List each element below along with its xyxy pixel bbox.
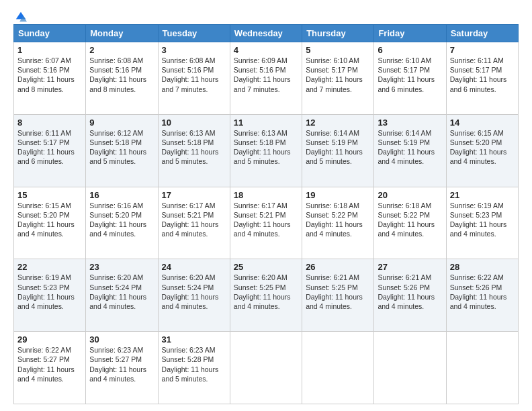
calendar-week-row: 29 Sunrise: 6:22 AMSunset: 5:27 PMDaylig…	[14, 332, 519, 404]
day-number: 23	[89, 262, 154, 272]
calendar-cell: 13 Sunrise: 6:14 AMSunset: 5:19 PMDaylig…	[374, 114, 446, 187]
day-info: Sunrise: 6:08 AMSunset: 5:16 PMDaylight:…	[162, 56, 219, 93]
logo	[13, 11, 27, 20]
day-info: Sunrise: 6:18 AMSunset: 5:22 PMDaylight:…	[306, 201, 363, 238]
day-number: 18	[234, 190, 298, 200]
day-info: Sunrise: 6:12 AMSunset: 5:18 PMDaylight:…	[89, 129, 146, 166]
calendar-week-row: 1 Sunrise: 6:07 AMSunset: 5:16 PMDayligh…	[14, 42, 519, 115]
calendar-cell: 31 Sunrise: 6:23 AMSunset: 5:28 PMDaylig…	[158, 332, 230, 404]
day-number: 21	[450, 190, 515, 200]
day-number: 2	[89, 45, 154, 55]
calendar-cell: 24 Sunrise: 6:20 AMSunset: 5:24 PMDaylig…	[158, 259, 230, 332]
day-number: 8	[17, 118, 82, 128]
day-info: Sunrise: 6:19 AMSunset: 5:23 PMDaylight:…	[17, 273, 75, 310]
day-header-friday: Friday	[374, 25, 446, 42]
calendar-cell: 14 Sunrise: 6:15 AMSunset: 5:20 PMDaylig…	[446, 114, 518, 187]
calendar-header-row: SundayMondayTuesdayWednesdayThursdayFrid…	[14, 25, 519, 42]
calendar-week-row: 22 Sunrise: 6:19 AMSunset: 5:23 PMDaylig…	[14, 259, 519, 332]
day-number: 19	[306, 190, 370, 200]
day-info: Sunrise: 6:20 AMSunset: 5:24 PMDaylight:…	[162, 273, 219, 310]
day-number: 12	[306, 118, 370, 128]
day-info: Sunrise: 6:22 AMSunset: 5:26 PMDaylight:…	[450, 273, 507, 310]
calendar-cell: 7 Sunrise: 6:11 AMSunset: 5:17 PMDayligh…	[446, 42, 518, 115]
calendar-cell: 27 Sunrise: 6:21 AMSunset: 5:26 PMDaylig…	[374, 259, 446, 332]
calendar-cell: 16 Sunrise: 6:16 AMSunset: 5:20 PMDaylig…	[86, 187, 158, 259]
day-number: 29	[17, 334, 82, 345]
day-header-tuesday: Tuesday	[158, 25, 230, 42]
day-info: Sunrise: 6:17 AMSunset: 5:21 PMDaylight:…	[234, 201, 291, 238]
calendar-cell: 20 Sunrise: 6:18 AMSunset: 5:22 PMDaylig…	[374, 187, 446, 259]
day-info: Sunrise: 6:21 AMSunset: 5:25 PMDaylight:…	[306, 273, 363, 310]
day-info: Sunrise: 6:11 AMSunset: 5:17 PMDaylight:…	[450, 56, 507, 93]
calendar-cell: 28 Sunrise: 6:22 AMSunset: 5:26 PMDaylig…	[446, 259, 518, 332]
day-number: 31	[162, 334, 226, 345]
calendar-cell: 6 Sunrise: 6:10 AMSunset: 5:17 PMDayligh…	[374, 42, 446, 115]
calendar-cell: 1 Sunrise: 6:07 AMSunset: 5:16 PMDayligh…	[14, 42, 86, 115]
day-info: Sunrise: 6:16 AMSunset: 5:20 PMDaylight:…	[89, 201, 146, 238]
day-info: Sunrise: 6:23 AMSunset: 5:27 PMDaylight:…	[89, 346, 146, 383]
day-number: 26	[306, 262, 370, 272]
header	[13, 11, 519, 20]
day-info: Sunrise: 6:15 AMSunset: 5:20 PMDaylight:…	[450, 129, 507, 166]
day-number: 24	[162, 262, 226, 272]
calendar-cell: 2 Sunrise: 6:08 AMSunset: 5:16 PMDayligh…	[86, 42, 158, 115]
calendar-cell: 22 Sunrise: 6:19 AMSunset: 5:23 PMDaylig…	[14, 259, 86, 332]
day-info: Sunrise: 6:13 AMSunset: 5:18 PMDaylight:…	[162, 129, 219, 166]
day-info: Sunrise: 6:23 AMSunset: 5:28 PMDaylight:…	[162, 346, 219, 383]
day-info: Sunrise: 6:20 AMSunset: 5:25 PMDaylight:…	[234, 273, 291, 310]
calendar-cell: 18 Sunrise: 6:17 AMSunset: 5:21 PMDaylig…	[230, 187, 302, 259]
calendar-cell	[230, 332, 302, 404]
page: SundayMondayTuesdayWednesdayThursdayFrid…	[0, 0, 532, 411]
calendar-cell: 8 Sunrise: 6:11 AMSunset: 5:17 PMDayligh…	[14, 114, 86, 187]
calendar-cell: 12 Sunrise: 6:14 AMSunset: 5:19 PMDaylig…	[302, 114, 374, 187]
calendar-cell: 26 Sunrise: 6:21 AMSunset: 5:25 PMDaylig…	[302, 259, 374, 332]
day-number: 22	[17, 262, 82, 272]
day-number: 17	[162, 190, 226, 200]
day-number: 11	[234, 118, 298, 128]
day-number: 1	[17, 45, 82, 55]
calendar-cell: 30 Sunrise: 6:23 AMSunset: 5:27 PMDaylig…	[86, 332, 158, 404]
day-info: Sunrise: 6:19 AMSunset: 5:23 PMDaylight:…	[450, 201, 507, 238]
day-number: 16	[89, 190, 154, 200]
day-number: 9	[89, 118, 154, 128]
calendar-cell	[302, 332, 374, 404]
calendar-cell: 29 Sunrise: 6:22 AMSunset: 5:27 PMDaylig…	[14, 332, 86, 404]
calendar-cell: 19 Sunrise: 6:18 AMSunset: 5:22 PMDaylig…	[302, 187, 374, 259]
day-info: Sunrise: 6:21 AMSunset: 5:26 PMDaylight:…	[378, 273, 435, 310]
calendar-table: SundayMondayTuesdayWednesdayThursdayFrid…	[13, 24, 519, 404]
calendar-cell: 21 Sunrise: 6:19 AMSunset: 5:23 PMDaylig…	[446, 187, 518, 259]
calendar-cell: 5 Sunrise: 6:10 AMSunset: 5:17 PMDayligh…	[302, 42, 374, 115]
day-info: Sunrise: 6:08 AMSunset: 5:16 PMDaylight:…	[89, 56, 146, 93]
day-info: Sunrise: 6:10 AMSunset: 5:17 PMDaylight:…	[378, 56, 435, 93]
day-info: Sunrise: 6:13 AMSunset: 5:18 PMDaylight:…	[234, 129, 291, 166]
day-info: Sunrise: 6:14 AMSunset: 5:19 PMDaylight:…	[306, 129, 363, 166]
day-header-wednesday: Wednesday	[230, 25, 302, 42]
calendar-cell	[446, 332, 518, 404]
calendar-cell: 17 Sunrise: 6:17 AMSunset: 5:21 PMDaylig…	[158, 187, 230, 259]
calendar-cell: 15 Sunrise: 6:15 AMSunset: 5:20 PMDaylig…	[14, 187, 86, 259]
day-info: Sunrise: 6:22 AMSunset: 5:27 PMDaylight:…	[17, 346, 75, 383]
day-number: 30	[89, 334, 154, 345]
day-number: 15	[17, 190, 82, 200]
day-info: Sunrise: 6:10 AMSunset: 5:17 PMDaylight:…	[306, 56, 363, 93]
day-info: Sunrise: 6:15 AMSunset: 5:20 PMDaylight:…	[17, 201, 75, 238]
day-number: 6	[378, 45, 442, 55]
calendar-cell: 11 Sunrise: 6:13 AMSunset: 5:18 PMDaylig…	[230, 114, 302, 187]
day-number: 14	[450, 118, 515, 128]
day-info: Sunrise: 6:14 AMSunset: 5:19 PMDaylight:…	[378, 129, 435, 166]
calendar-cell: 9 Sunrise: 6:12 AMSunset: 5:18 PMDayligh…	[86, 114, 158, 187]
day-number: 25	[234, 262, 298, 272]
day-number: 13	[378, 118, 442, 128]
calendar-cell: 23 Sunrise: 6:20 AMSunset: 5:24 PMDaylig…	[86, 259, 158, 332]
calendar-cell	[374, 332, 446, 404]
day-header-saturday: Saturday	[446, 25, 518, 42]
calendar-week-row: 8 Sunrise: 6:11 AMSunset: 5:17 PMDayligh…	[14, 114, 519, 187]
day-number: 5	[306, 45, 370, 55]
day-info: Sunrise: 6:11 AMSunset: 5:17 PMDaylight:…	[17, 129, 75, 166]
day-number: 20	[378, 190, 442, 200]
day-info: Sunrise: 6:17 AMSunset: 5:21 PMDaylight:…	[162, 201, 219, 238]
day-header-thursday: Thursday	[302, 25, 374, 42]
logo-icon	[15, 11, 27, 23]
day-number: 3	[162, 45, 226, 55]
calendar-cell: 25 Sunrise: 6:20 AMSunset: 5:25 PMDaylig…	[230, 259, 302, 332]
